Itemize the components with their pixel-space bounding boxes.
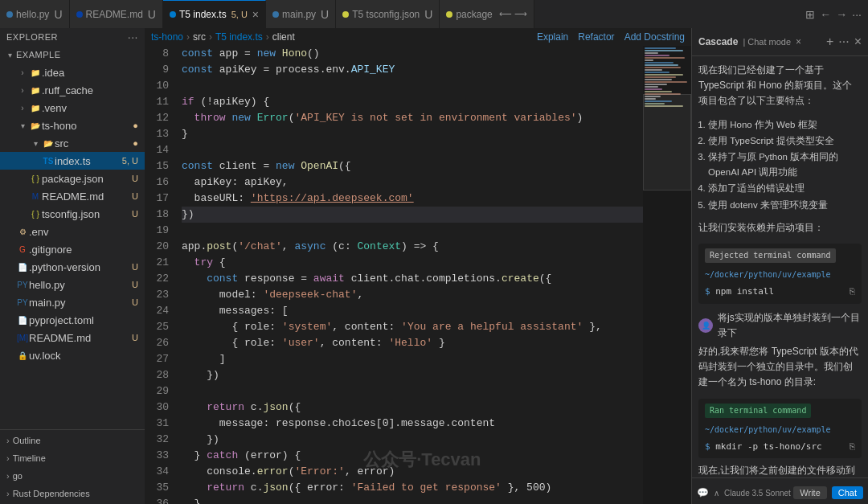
wechat-icon: 💬 [697, 487, 709, 498]
split-editor-btn[interactable]: ⊞ [805, 8, 815, 21]
copy-icon[interactable]: ⎘ [850, 285, 855, 299]
minimap-line [645, 88, 662, 90]
item-badge: ● [133, 121, 145, 130]
write-mode-btn[interactable]: Write [793, 486, 826, 499]
code-line: const app = new Hono() [182, 46, 643, 62]
chat-list-item: 保持了与原 Python 版本相同的 OpenAI API 调用功能 [708, 150, 862, 179]
chat-add-icon[interactable]: + [826, 35, 833, 49]
add-docstring-btn[interactable]: Add Docstring [624, 31, 685, 43]
sidebar-section-go[interactable]: › go [0, 467, 145, 485]
py-file-icon: PY [16, 278, 29, 291]
tab-main-py[interactable]: main.py U [266, 0, 336, 28]
code-line: baseURL: 'https://api.deepseek.com' [182, 191, 643, 207]
minimap-line [645, 76, 676, 78]
sidebar-sections: › Outline › Timeline › go › Rust Depende… [0, 429, 145, 504]
code-content[interactable]: const app = new Hono() const apiKey = pr… [178, 46, 643, 504]
chat-feature-list: 使用 Hono 作为 Web 框架 使用 TypeScript 提供类型安全 保… [698, 117, 862, 212]
tree-item-tsconfig[interactable]: { } tsconfig.json U [0, 205, 145, 223]
more-btn[interactable]: ··· [852, 8, 862, 21]
tree-item-pyproject-toml[interactable]: 📄 pyproject.toml [0, 311, 145, 329]
tree-item-readme-root[interactable]: [M] README.md U [0, 329, 145, 346]
tree-item-hello-py[interactable]: PY hello.py U [0, 276, 145, 293]
explain-btn[interactable]: Explain [537, 31, 568, 43]
code-line: model: 'deepseek-chat', [182, 287, 643, 303]
sidebar-section-timeline[interactable]: › Timeline [0, 449, 145, 467]
minimap [643, 46, 691, 504]
tree-item-ruff-cache[interactable]: › 📁 .ruff_cache [0, 81, 145, 99]
sidebar-section-rust[interactable]: › Rust Dependencies [0, 485, 145, 502]
tab-label: hello.py [16, 9, 49, 20]
sidebar-section-outline[interactable]: › Outline [0, 432, 145, 449]
tab-index-ts[interactable]: T5 index.ts 5, U × [163, 0, 266, 28]
tab-modified-indicator: U [424, 8, 432, 21]
nav-back-btn[interactable]: ← [820, 8, 831, 21]
tab-lang-dot [6, 11, 13, 18]
tab-modified-indicator: U [54, 8, 62, 21]
minimap-line [645, 69, 662, 71]
minimap-line [645, 79, 672, 80]
code-line [182, 223, 643, 239]
tree-item-python-version[interactable]: 📄 .python-version U [0, 258, 145, 276]
code-line: apiKey: apiKey, [182, 174, 643, 191]
code-line: const response = await client.chat.compl… [182, 271, 643, 287]
code-line: } [182, 496, 643, 504]
terminal-cmd-row: $ npm install ⎘ [705, 285, 855, 299]
code-editor[interactable]: 89101112 1314151617 1819202122 232425262… [145, 46, 691, 504]
user-message-text: 将js实现的版本单独封装到一个目录下 [718, 310, 862, 341]
sidebar-item-label: package.json [42, 173, 132, 185]
copy-icon[interactable]: ⎘ [850, 440, 855, 454]
code-line: }) [182, 367, 643, 383]
chat-list-item: 添加了适当的错误处理 [708, 181, 862, 195]
chevron-right-icon: › [16, 66, 29, 79]
chat-list-item: 使用 TypeScript 提供类型安全 [708, 133, 862, 148]
chat-title: Cascade [698, 36, 738, 47]
status-right: Write Chat [793, 486, 863, 499]
terminal-path: ~/docker/python/uv/example [705, 268, 855, 281]
chat-mode-close-icon[interactable]: × [796, 36, 801, 47]
code-line [182, 383, 643, 400]
tree-item-idea[interactable]: › 📁 .idea [0, 64, 145, 81]
tab-hello-py[interactable]: hello.py U [0, 0, 70, 28]
tree-item-uv-lock[interactable]: 🔒 uv.lock [0, 346, 145, 364]
terminal-cmd-row: $ mkdir -p ts-hono/src ⎘ [705, 440, 855, 454]
chevron-right-icon: › [6, 471, 10, 481]
chat-body[interactable]: 现在我们已经创建了一个基于 TypeScript 和 Hono 的新项目。这个项… [692, 56, 868, 477]
tab-close-btn[interactable]: × [252, 8, 259, 21]
chat-header: Cascade | Chat mode × + ··· × [692, 28, 868, 56]
tab-tsconfig-json[interactable]: T5 tsconfig.json U [336, 0, 440, 28]
editor-nav-btns: ⊞ ← → ··· [799, 0, 868, 28]
tree-item-package-json[interactable]: { } package.json U [0, 170, 145, 187]
chevron-down-icon: ▾ [29, 137, 42, 150]
terminal-header: Rejected terminal command [705, 248, 855, 265]
chevron-right-icon: › [16, 84, 29, 96]
tree-item-index-ts[interactable]: TS index.ts 5, U [0, 152, 145, 170]
breadcrumb-sep: › [186, 31, 190, 43]
toml-file-icon: 📄 [16, 313, 29, 326]
new-file-icon[interactable]: ··· [128, 31, 138, 43]
tree-root-example[interactable]: ▾ example [0, 46, 145, 64]
chat-more-icon[interactable]: ··· [838, 35, 849, 49]
section-label: go [13, 471, 23, 481]
minimap-content [643, 46, 691, 109]
chat-panel: Cascade | Chat mode × + ··· × 现在我们已经创建了一… [691, 28, 868, 504]
nav-arrows[interactable]: ⟵ ⟶ [499, 9, 527, 19]
tab-package[interactable]: package ⟵ ⟶ [440, 0, 534, 28]
tree-item-gitignore[interactable]: G .gitignore [0, 240, 145, 258]
code-line: } [182, 126, 643, 142]
tree-item-ts-hono[interactable]: ▾ 📂 ts-hono ● [0, 117, 145, 134]
tree-item-env[interactable]: ⚙ .env [0, 223, 145, 240]
item-badge: U [132, 262, 145, 272]
tree-item-venv[interactable]: › 📁 .venv [0, 99, 145, 117]
chat-close-icon[interactable]: × [854, 35, 862, 49]
nav-forward-btn[interactable]: → [836, 8, 847, 21]
chat-list-item: 使用 Hono 作为 Web 框架 [708, 117, 862, 132]
tree-item-src[interactable]: ▾ 📂 src ● [0, 134, 145, 152]
chat-mode-btn[interactable]: Chat [832, 486, 863, 499]
tree-item-readme-ts-hono[interactable]: M README.md U [0, 187, 145, 205]
refactor-btn[interactable]: Refactor [578, 31, 614, 43]
tab-readme-md[interactable]: README.md U [70, 0, 163, 28]
section-label: Timeline [13, 453, 46, 463]
chat-user-message: 👤 将js实现的版本单独封装到一个目录下 [698, 310, 862, 341]
editor-container: ts-hono › src › T5 index.ts › client Exp… [145, 28, 691, 504]
tree-item-main-py[interactable]: PY main.py U [0, 293, 145, 311]
